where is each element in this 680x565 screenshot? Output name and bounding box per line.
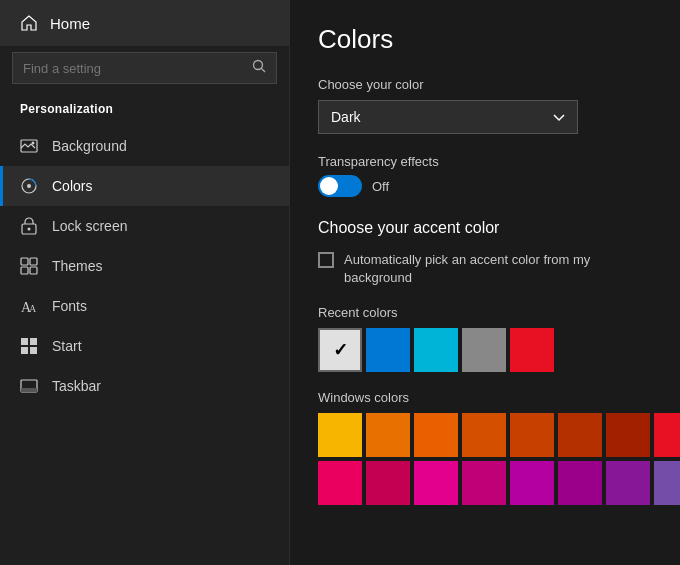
sidebar-item-label: Background (52, 138, 127, 154)
svg-rect-11 (30, 267, 37, 274)
search-bar[interactable] (12, 52, 277, 84)
windows-colors-grid (318, 413, 652, 505)
fonts-icon: A A (20, 297, 38, 315)
svg-rect-19 (21, 388, 37, 392)
win-swatch-8[interactable] (318, 461, 362, 505)
recent-swatch-3[interactable] (462, 328, 506, 372)
sidebar-item-label: Start (52, 338, 82, 354)
home-icon (20, 14, 38, 32)
sidebar-item-fonts[interactable]: A A Fonts (0, 286, 289, 326)
transparency-toggle[interactable] (318, 175, 362, 197)
recent-swatch-1[interactable] (366, 328, 410, 372)
win-swatch-4[interactable] (510, 413, 554, 457)
colors-icon (20, 177, 38, 195)
recent-swatch-4[interactable] (510, 328, 554, 372)
sidebar-item-lockscreen[interactable]: Lock screen (0, 206, 289, 246)
svg-text:A: A (29, 303, 37, 314)
choose-color-label: Choose your color (318, 77, 652, 92)
windows-colors-title: Windows colors (318, 390, 652, 405)
win-swatch-6[interactable] (606, 413, 650, 457)
sidebar-item-label: Themes (52, 258, 103, 274)
win-swatch-13[interactable] (558, 461, 602, 505)
win-swatch-1[interactable] (366, 413, 410, 457)
svg-point-7 (28, 228, 31, 231)
toggle-knob (320, 177, 338, 195)
auto-pick-checkbox[interactable] (318, 252, 334, 268)
sidebar: Home Personalization Background (0, 0, 290, 565)
auto-pick-row: Automatically pick an accent color from … (318, 251, 652, 287)
win-swatch-10[interactable] (414, 461, 458, 505)
svg-rect-16 (21, 347, 28, 354)
auto-pick-label: Automatically pick an accent color from … (344, 251, 652, 287)
sidebar-item-label: Colors (52, 178, 92, 194)
win-swatch-7[interactable] (654, 413, 680, 457)
themes-icon (20, 257, 38, 275)
svg-rect-8 (21, 258, 28, 265)
recent-colors-title: Recent colors (318, 305, 652, 320)
taskbar-icon (20, 377, 38, 395)
svg-rect-10 (21, 267, 28, 274)
lockscreen-icon (20, 217, 38, 235)
win-swatch-15[interactable] (654, 461, 680, 505)
section-title: Personalization (0, 94, 289, 126)
search-input[interactable] (23, 61, 244, 76)
main-content: Colors Choose your color Dark Transparen… (290, 0, 680, 565)
color-dropdown-value: Dark (331, 109, 361, 125)
chevron-down-icon (553, 109, 565, 125)
recent-swatch-2[interactable] (414, 328, 458, 372)
sidebar-item-label: Fonts (52, 298, 87, 314)
accent-color-title: Choose your accent color (318, 219, 652, 237)
svg-point-3 (32, 142, 35, 145)
win-swatch-11[interactable] (462, 461, 506, 505)
win-swatch-3[interactable] (462, 413, 506, 457)
start-icon (20, 337, 38, 355)
home-label: Home (50, 15, 90, 32)
svg-point-0 (254, 61, 263, 70)
sidebar-item-themes[interactable]: Themes (0, 246, 289, 286)
sidebar-item-colors[interactable]: Colors (0, 166, 289, 206)
sidebar-item-background[interactable]: Background (0, 126, 289, 166)
search-icon (252, 59, 266, 77)
recent-colors-swatches (318, 328, 652, 372)
page-title: Colors (318, 24, 652, 55)
transparency-toggle-row: Off (318, 175, 652, 197)
color-dropdown[interactable]: Dark (318, 100, 578, 134)
win-swatch-14[interactable] (606, 461, 650, 505)
home-nav-item[interactable]: Home (0, 0, 289, 46)
win-swatch-0[interactable] (318, 413, 362, 457)
win-swatch-2[interactable] (414, 413, 458, 457)
toggle-state-label: Off (372, 179, 389, 194)
svg-rect-9 (30, 258, 37, 265)
win-swatch-9[interactable] (366, 461, 410, 505)
svg-rect-17 (30, 347, 37, 354)
svg-point-5 (27, 184, 31, 188)
sidebar-item-label: Taskbar (52, 378, 101, 394)
recent-swatch-0[interactable] (318, 328, 362, 372)
sidebar-item-taskbar[interactable]: Taskbar (0, 366, 289, 406)
transparency-label: Transparency effects (318, 154, 652, 169)
svg-rect-15 (30, 338, 37, 345)
win-swatch-5[interactable] (558, 413, 602, 457)
svg-rect-14 (21, 338, 28, 345)
win-swatch-12[interactable] (510, 461, 554, 505)
sidebar-item-start[interactable]: Start (0, 326, 289, 366)
sidebar-item-label: Lock screen (52, 218, 127, 234)
background-icon (20, 137, 38, 155)
svg-line-1 (262, 69, 266, 73)
